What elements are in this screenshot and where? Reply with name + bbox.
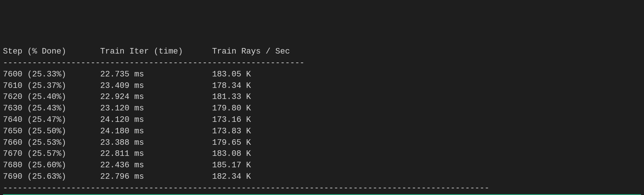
terminal-output: Step (% Done) Train Iter (time) Train Ra…: [0, 45, 644, 195]
header-step: Step (% Done): [3, 47, 66, 56]
divider-long: ----------------------------------------…: [3, 184, 489, 193]
header-rays: Train Rays / Sec: [212, 47, 290, 56]
table-body: 7600 (25.33%) 22.735 ms 183.05 K 7610 (2…: [3, 70, 251, 181]
header-iter: Train Iter (time): [100, 47, 183, 56]
table-header-row: Step (% Done) Train Iter (time) Train Ra…: [3, 47, 290, 56]
divider-short: ----------------------------------------…: [3, 58, 305, 68]
